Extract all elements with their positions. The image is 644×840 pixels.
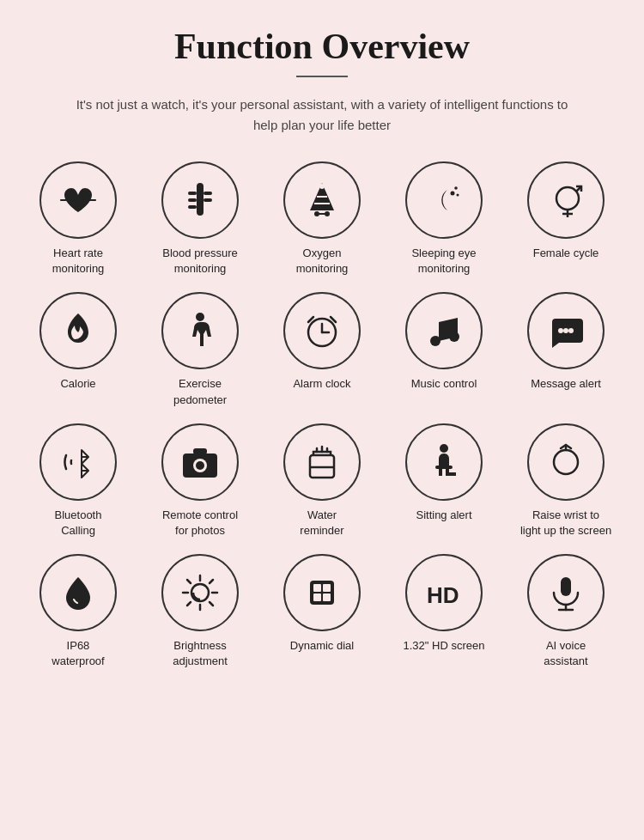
feature-blood-pressure: Blood pressure monitoring [143, 161, 257, 277]
feature-exercise: Exercise pedometer [143, 292, 257, 407]
feature-sitting: Sitting alert [387, 423, 501, 539]
calorie-icon-circle [39, 292, 117, 369]
svg-rect-48 [323, 584, 331, 592]
hd-screen-label: 1.32" HD screen [404, 638, 485, 654]
svg-text:HD: HD [427, 582, 459, 608]
svg-point-14 [451, 192, 455, 196]
calorie-label: Calorie [60, 376, 95, 392]
feature-hd-screen: HD1.32" HD screen [387, 554, 501, 669]
female-cycle-icon-circle [527, 161, 605, 239]
hd-screen-icon-circle: HD [405, 554, 483, 631]
oxygen-icon-circle [283, 161, 361, 239]
feature-message: Message alert [509, 292, 623, 407]
svg-point-29 [558, 328, 563, 333]
svg-rect-42 [435, 466, 453, 469]
feature-brightness: Brightness adjustment [143, 554, 257, 669]
raise-wrist-icon-circle [527, 423, 605, 501]
feature-oxygen: Oxygen monitoring [265, 161, 379, 277]
svg-point-17 [556, 187, 579, 210]
brightness-icon-circle [161, 554, 239, 631]
feature-remote: Remote control for photos [143, 423, 257, 539]
svg-point-43 [554, 450, 578, 474]
female-cycle-label: Female cycle [533, 246, 599, 261]
svg-point-21 [196, 313, 204, 321]
svg-point-15 [454, 186, 458, 190]
bluetooth-icon-circle [39, 423, 117, 501]
water-icon-circle [283, 423, 361, 501]
feature-bluetooth: Bluetooth Calling [21, 423, 135, 539]
ip68-icon-circle [39, 554, 117, 631]
svg-point-41 [440, 444, 448, 453]
svg-rect-47 [313, 584, 321, 592]
svg-point-27 [430, 336, 440, 346]
title-divider [296, 76, 348, 77]
feature-music: Music control [387, 292, 501, 407]
blood-pressure-label: Blood pressure monitoring [162, 246, 237, 277]
blood-pressure-icon-circle [161, 161, 239, 239]
feature-raise-wrist: Raise wrist to light up the screen [509, 423, 623, 539]
feature-female-cycle: Female cycle [509, 161, 623, 277]
oxygen-label: Oxygen monitoring [296, 246, 349, 277]
svg-point-6 [197, 183, 204, 190]
sleeping-icon-circle [405, 161, 483, 239]
svg-point-16 [457, 194, 459, 197]
music-label: Music control [411, 376, 477, 392]
feature-dynamic-dial: Dynamic dial [265, 554, 379, 669]
ai-voice-icon-circle [527, 554, 605, 631]
sitting-icon-circle [405, 423, 483, 501]
svg-rect-1 [188, 192, 197, 195]
svg-rect-3 [188, 198, 197, 202]
remote-label: Remote control for photos [162, 508, 238, 539]
svg-rect-2 [204, 192, 212, 195]
dynamic-dial-label: Dynamic dial [290, 638, 354, 654]
feature-calorie: Calorie [21, 292, 135, 407]
message-label: Message alert [531, 376, 601, 392]
svg-point-28 [449, 332, 459, 342]
feature-alarm: Alarm clock [265, 292, 379, 407]
raise-wrist-label: Raise wrist to light up the screen [520, 508, 611, 539]
svg-rect-52 [561, 577, 571, 596]
feature-ai-voice: AI voice assistant [509, 554, 623, 669]
svg-point-30 [563, 328, 568, 333]
feature-water: Water reminder [265, 423, 379, 539]
feature-ip68: IP68 waterproof [21, 554, 135, 669]
features-grid: Heart rate monitoringBlood pressure moni… [21, 161, 623, 670]
exercise-label: Exercise pedometer [173, 376, 227, 407]
brightness-label: Brightness adjustment [173, 638, 228, 669]
alarm-label: Alarm clock [293, 376, 350, 392]
svg-rect-35 [193, 448, 207, 454]
ip68-label: IP68 waterproof [52, 638, 104, 669]
alarm-icon-circle [283, 292, 361, 369]
bluetooth-label: Bluetooth Calling [55, 508, 102, 539]
dynamic-dial-icon-circle [283, 554, 361, 631]
feature-heart-rate: Heart rate monitoring [21, 161, 135, 277]
svg-rect-46 [310, 581, 334, 605]
svg-rect-49 [313, 593, 321, 601]
ai-voice-label: AI voice assistant [544, 638, 587, 669]
remote-icon-circle [161, 423, 239, 501]
music-icon-circle [405, 292, 483, 369]
svg-rect-5 [188, 205, 197, 209]
sleeping-label: Sleeping eye monitoring [411, 246, 476, 277]
feature-sleeping: Sleeping eye monitoring [387, 161, 501, 277]
svg-point-34 [196, 461, 204, 470]
svg-rect-50 [323, 593, 331, 601]
exercise-icon-circle [161, 292, 239, 369]
svg-rect-4 [204, 198, 212, 202]
water-label: Water reminder [300, 508, 343, 539]
sitting-label: Sitting alert [416, 508, 471, 523]
svg-point-8 [319, 184, 325, 189]
heart-rate-icon-circle [39, 161, 117, 239]
page-title: Function Overview [174, 26, 470, 67]
message-icon-circle [527, 292, 605, 369]
svg-point-31 [568, 328, 574, 333]
heart-rate-label: Heart rate monitoring [52, 246, 105, 277]
page-subtitle: It's not just a watch, it's your persona… [73, 94, 571, 136]
